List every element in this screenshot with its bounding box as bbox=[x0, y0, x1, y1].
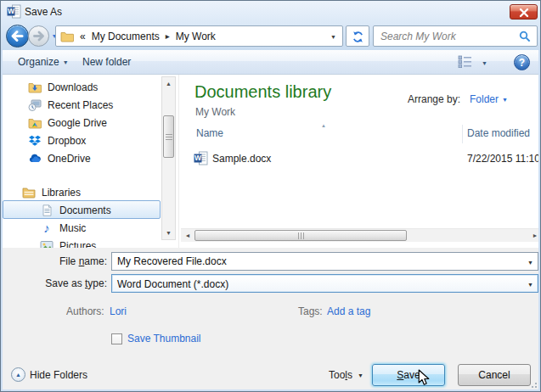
address-dropdown-icon[interactable]: ▼ bbox=[330, 34, 336, 40]
sidebar-item-label: OneDrive bbox=[48, 153, 91, 165]
breadcrumb-separator-icon[interactable]: ▸ bbox=[166, 31, 170, 41]
organize-button[interactable]: Organize▼ bbox=[18, 56, 69, 68]
save-as-type-dropdown-icon[interactable]: ▼ bbox=[527, 282, 533, 288]
arrange-by-dropdown[interactable]: Folder bbox=[470, 93, 499, 105]
forward-button[interactable] bbox=[28, 25, 49, 47]
sidebar-item-documents[interactable]: Documents bbox=[40, 202, 111, 219]
libraries-icon bbox=[22, 187, 36, 199]
tools-button[interactable]: Tools bbox=[329, 369, 352, 381]
documents-icon bbox=[40, 204, 54, 216]
search-input[interactable] bbox=[380, 28, 515, 44]
refresh-button[interactable] bbox=[346, 25, 369, 47]
arrange-by-caret-icon[interactable]: ▼ bbox=[502, 97, 508, 103]
scroll-down-icon[interactable]: ▼ bbox=[162, 227, 175, 239]
downloads-icon bbox=[28, 81, 42, 93]
folder-icon bbox=[60, 31, 74, 42]
breadcrumb-item-my-documents[interactable]: My Documents bbox=[92, 31, 160, 42]
scroll-right-icon[interactable]: ► bbox=[528, 229, 541, 242]
file-name-dropdown-icon[interactable]: ▼ bbox=[527, 260, 533, 266]
search-icon[interactable] bbox=[519, 31, 531, 42]
file-row-sample-docx[interactable]: W Sample.docx 7/22/2015 11:10 AM bbox=[181, 149, 541, 168]
close-icon bbox=[519, 8, 529, 18]
scroll-left-icon[interactable]: ◄ bbox=[181, 229, 194, 242]
svg-text:W: W bbox=[8, 7, 15, 15]
new-folder-button[interactable]: New folder bbox=[82, 56, 131, 68]
save-thumbnail-checkbox[interactable] bbox=[111, 333, 122, 344]
sidebar-item-label: Libraries bbox=[42, 187, 81, 199]
back-arrow-icon bbox=[7, 25, 28, 47]
window-title: Save As bbox=[25, 6, 62, 18]
scroll-grip bbox=[166, 134, 172, 141]
authors-label: Authors: bbox=[66, 305, 104, 317]
sidebar-item-label: Downloads bbox=[48, 81, 98, 93]
mouse-cursor bbox=[418, 369, 430, 389]
sidebar-item-downloads[interactable]: Downloads bbox=[28, 79, 98, 96]
help-icon: ? bbox=[519, 57, 525, 69]
svg-text:W: W bbox=[194, 154, 202, 162]
sidebar-item-label: Recent Places bbox=[48, 99, 113, 111]
breadcrumb-item-my-work[interactable]: My Work bbox=[176, 31, 216, 42]
hide-folders-label[interactable]: Hide Folders bbox=[30, 369, 87, 381]
cancel-button[interactable]: Cancel bbox=[458, 364, 531, 386]
collapse-arrow-icon: ▲ bbox=[15, 372, 21, 378]
sidebar-item-recent-places[interactable]: Recent Places bbox=[28, 97, 113, 114]
file-list-hscrollbar[interactable]: ◄ ► bbox=[181, 228, 541, 242]
close-button[interactable] bbox=[510, 4, 538, 20]
sidebar-item-label: Pictures bbox=[59, 240, 96, 248]
column-divider[interactable] bbox=[462, 125, 463, 143]
search-box bbox=[373, 25, 538, 47]
scroll-up-icon[interactable]: ▲ bbox=[162, 77, 175, 90]
save-button[interactable]: Save bbox=[372, 364, 445, 386]
column-header-date-modified[interactable]: Date modified bbox=[467, 127, 530, 139]
view-dropdown-icon[interactable]: ▼ bbox=[482, 60, 487, 66]
sidebar-item-onedrive[interactable]: OneDrive bbox=[28, 150, 91, 167]
sidebar-item-label: Documents bbox=[59, 204, 111, 216]
sidebar-item-label: Google Drive bbox=[48, 117, 107, 129]
onedrive-icon bbox=[28, 153, 42, 165]
save-thumbnail-label[interactable]: Save Thumbnail bbox=[127, 333, 201, 344]
column-header-name[interactable]: Name bbox=[196, 127, 223, 139]
hide-folders-button[interactable]: ▲ bbox=[11, 367, 25, 382]
hscrollbar-thumb[interactable] bbox=[194, 230, 407, 241]
save-as-type-label: Save as type: bbox=[31, 277, 107, 289]
library-subtitle: My Work bbox=[195, 106, 235, 118]
sidebar-item-music[interactable]: ♪ Music bbox=[40, 220, 86, 237]
content-area: Downloads Recent Places Google Drive bbox=[1, 75, 541, 248]
back-button[interactable] bbox=[6, 25, 29, 48]
recent-places-icon bbox=[28, 99, 42, 111]
add-a-tag-link[interactable]: Add a tag bbox=[327, 305, 370, 317]
change-view-button[interactable] bbox=[458, 55, 473, 70]
organize-dropdown-icon: ▼ bbox=[63, 59, 69, 65]
arrange-by-label: Arrange by: bbox=[408, 93, 460, 105]
scroll-grip bbox=[298, 232, 305, 239]
sidebar-item-label: Music bbox=[59, 222, 86, 234]
resize-grip[interactable] bbox=[529, 380, 538, 389]
address-bar[interactable]: « My Documents ▸ My Work ▼ bbox=[55, 25, 343, 47]
word-app-icon: W bbox=[7, 4, 21, 21]
help-button[interactable]: ? bbox=[514, 54, 530, 70]
file-date-cell: 7/22/2015 11:10 AM bbox=[467, 153, 541, 165]
authors-value[interactable]: Lori bbox=[110, 305, 127, 317]
save-as-dialog: W Save As ▼ « My Docu bbox=[0, 0, 541, 392]
pictures-icon bbox=[40, 240, 54, 248]
file-name-label: File name: bbox=[31, 255, 107, 267]
sidebar-item-dropbox[interactable]: Dropbox bbox=[28, 132, 86, 149]
sidebar-scrollbar-thumb[interactable] bbox=[163, 115, 174, 158]
refresh-icon bbox=[351, 30, 365, 44]
file-name-input[interactable] bbox=[117, 255, 516, 268]
sidebar-item-label: Dropbox bbox=[48, 135, 86, 147]
file-name-cell: Sample.docx bbox=[212, 153, 271, 165]
sidebar-item-pictures[interactable]: Pictures bbox=[40, 238, 96, 248]
sidebar-item-libraries[interactable]: Libraries bbox=[22, 184, 81, 201]
window-chrome: W Save As ▼ « My Docu bbox=[1, 1, 540, 50]
tools-dropdown-icon[interactable]: ▼ bbox=[358, 372, 363, 378]
command-toolbar: Organize▼ New folder ▼ ? bbox=[1, 50, 541, 75]
file-name-combobox: ▼ bbox=[111, 252, 538, 271]
breadcrumb-overflow[interactable]: « bbox=[80, 31, 86, 42]
sidebar-scrollbar[interactable]: ▲ ▼ bbox=[161, 76, 176, 240]
sidebar-item-google-drive[interactable]: Google Drive bbox=[28, 115, 107, 132]
save-as-type-combobox[interactable]: Word Document (*.docx) ▼ bbox=[111, 274, 538, 293]
pane-divider bbox=[178, 75, 179, 248]
list-view-icon bbox=[458, 55, 473, 68]
save-as-type-value: Word Document (*.docx) bbox=[117, 278, 228, 290]
